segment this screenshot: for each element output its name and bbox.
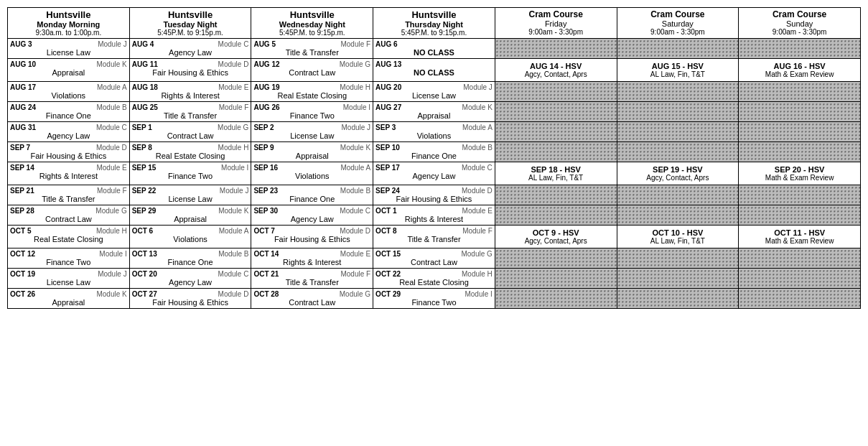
cell-topic-1-2: Contract Law [253, 68, 370, 77]
cell-top-8-1: SEP 29 Module K [132, 207, 249, 215]
cell-topic-5-3: Finance One [375, 152, 493, 160]
cell-8-5 [617, 205, 739, 226]
cell-8-6 [739, 205, 861, 226]
cell-3-6 [739, 102, 861, 122]
cell-module-12-3: Module I [465, 290, 492, 298]
cell-4-2: SEP 2 Module J License Law [251, 122, 373, 142]
cell-10-1: OCT 13 Module B Finance One [129, 248, 251, 269]
cell-12-4 [495, 289, 617, 309]
cell-module-2-0: Module A [97, 83, 127, 91]
cell-7-4 [495, 185, 617, 205]
cell-top-10-1: OCT 13 Module B [132, 250, 249, 258]
cell-date-12-3: OCT 29 [375, 290, 401, 298]
cell-4-1: SEP 1 Module G Contract Law [129, 122, 251, 142]
cell-top-2-3: AUG 20 Module J [375, 83, 493, 91]
cell-module-1-0: Module K [96, 60, 126, 68]
table-row: AUG 10 Module K Appraisal AUG 11 Module … [8, 59, 861, 82]
table-body: AUG 3 Module J License Law AUG 4 Module … [8, 39, 861, 309]
cell-5-0: SEP 7 Module D Fair Housing & Ethics [8, 142, 130, 162]
header-col-5: Cram Course Saturday 9:00am - 3:30pm [617, 8, 739, 39]
cell-topic-3-2: Finance Two [253, 111, 370, 120]
cram-desc-9-5: AL Law, Fin, T&T [622, 237, 734, 245]
cell-date-4-0: AUG 31 [10, 124, 36, 131]
table-row: OCT 26 Module K Appraisal OCT 27 Module … [8, 289, 861, 309]
cell-9-6: OCT 11 - HSV Math & Exam Review [739, 226, 861, 248]
cell-12-6 [739, 289, 861, 309]
cell-top-11-2: OCT 21 Module F [253, 270, 370, 278]
header-city-1: Huntsville [132, 9, 249, 20]
cell-topic-11-0: License Law [10, 278, 127, 287]
cell-3-2: AUG 26 Module I Finance Two [251, 102, 373, 122]
cell-module-8-0: Module G [95, 207, 126, 215]
cell-top-11-3: OCT 22 Module H [375, 270, 493, 278]
cram-content-1-5: AUG 15 - HSV AL Law, Fin, T&T [620, 60, 737, 80]
cell-date-8-3: OCT 1 [375, 207, 396, 215]
cell-topic-4-3: Violations [375, 131, 493, 140]
cell-topic-11-2: Title & Transfer [253, 278, 370, 287]
cell-top-7-1: SEP 22 Module J [132, 187, 249, 195]
cram-desc-6-4: AL Law, Fin, T&T [500, 174, 612, 182]
cell-7-0: SEP 21 Module F Title & Transfer [8, 185, 130, 205]
cell-topic-4-2: License Law [253, 131, 370, 140]
cell-0-4 [495, 39, 617, 59]
cram-content-9-4: OCT 9 - HSV Agcy, Contact, Aprs [498, 227, 615, 246]
cell-top-11-1: OCT 20 Module C [132, 270, 249, 278]
cram-content-6-4: SEP 18 - HSV AL Law, Fin, T&T [498, 164, 615, 183]
cell-module-4-2: Module J [342, 124, 371, 131]
cell-top-5-1: SEP 8 Module H [132, 144, 249, 152]
cell-1-2: AUG 12 Module G Contract Law [251, 59, 373, 82]
cell-top-4-3: SEP 3 Module A [375, 124, 493, 131]
cell-module-2-1: Module E [218, 83, 248, 91]
cell-12-5 [617, 289, 739, 309]
cell-module-10-0: Module I [99, 250, 126, 258]
cell-module-6-2: Module A [340, 164, 370, 172]
cell-0-1: AUG 4 Module C Agency Law [129, 39, 251, 59]
cell-topic-6-1: Finance Two [132, 172, 249, 180]
cell-4-6 [739, 122, 861, 142]
cell-3-3: AUG 27 Module K Appraisal [373, 102, 495, 122]
cell-topic-8-3: Rights & Interest [375, 215, 493, 223]
cell-top-4-0: AUG 31 Module C [10, 124, 127, 131]
cell-date-7-1: SEP 22 [132, 187, 157, 195]
cell-top-8-0: SEP 28 Module G [10, 207, 127, 215]
cell-top-2-1: AUG 18 Module E [132, 83, 249, 91]
cell-topic-5-2: Appraisal [253, 152, 370, 160]
cell-2-0: AUG 17 Module A Violations [8, 82, 130, 102]
cram-date-9-4: OCT 9 - HSV [500, 228, 612, 237]
cell-11-4 [495, 269, 617, 289]
cell-module-9-1: Module A [219, 227, 249, 235]
cell-top-3-3: AUG 27 Module K [375, 103, 493, 111]
cram-desc-1-5: AL Law, Fin, T&T [622, 70, 734, 78]
cell-module-9-0: Module H [96, 227, 127, 235]
cell-9-1: OCT 6 Module A Violations [129, 226, 251, 248]
cell-date-11-0: OCT 19 [10, 270, 35, 278]
cell-date-3-0: AUG 24 [10, 103, 36, 111]
cell-module-1-1: Module D [218, 60, 249, 68]
cell-top-5-0: SEP 7 Module D [10, 144, 127, 152]
cell-6-5: SEP 19 - HSV Agcy, Contact, Aprs [617, 162, 739, 185]
cell-topic-12-2: Contract Law [253, 298, 370, 307]
cell-5-5 [617, 142, 739, 162]
cram-date-1-4: AUG 14 - HSV [500, 62, 612, 70]
cell-top-0-2: AUG 5 Module F [253, 40, 370, 48]
cell-date-9-2: OCT 7 [253, 227, 274, 235]
header-city-2: Huntsville [253, 9, 370, 20]
cram-date-6-4: SEP 18 - HSV [500, 165, 612, 174]
header-col-3: Huntsville Thursday Night 5:45P.M. to 9:… [373, 8, 495, 39]
cell-topic-5-1: Real Estate Closing [132, 152, 249, 160]
cell-module-5-2: Module K [340, 144, 370, 152]
cell-topic-9-0: Real Estate Closing [10, 235, 127, 243]
cell-module-11-2: Module F [340, 270, 370, 278]
cell-module-3-3: Module K [462, 103, 493, 111]
cell-date-11-1: OCT 20 [132, 270, 157, 278]
cram-header-city-4: Cram Course [498, 9, 615, 19]
cell-2-3: AUG 20 Module J License Law [373, 82, 495, 102]
cell-date-6-3: SEP 17 [375, 164, 400, 172]
cell-module-10-1: Module B [218, 250, 248, 258]
cell-date-12-0: OCT 26 [10, 290, 35, 298]
cell-date-8-1: SEP 29 [132, 207, 157, 215]
cram-date-6-5: SEP 19 - HSV [622, 165, 734, 174]
cell-top-10-3: OCT 15 Module G [375, 250, 493, 258]
cell-module-6-1: Module I [221, 164, 248, 172]
cram-desc-6-6: Math & Exam Review [744, 174, 855, 182]
